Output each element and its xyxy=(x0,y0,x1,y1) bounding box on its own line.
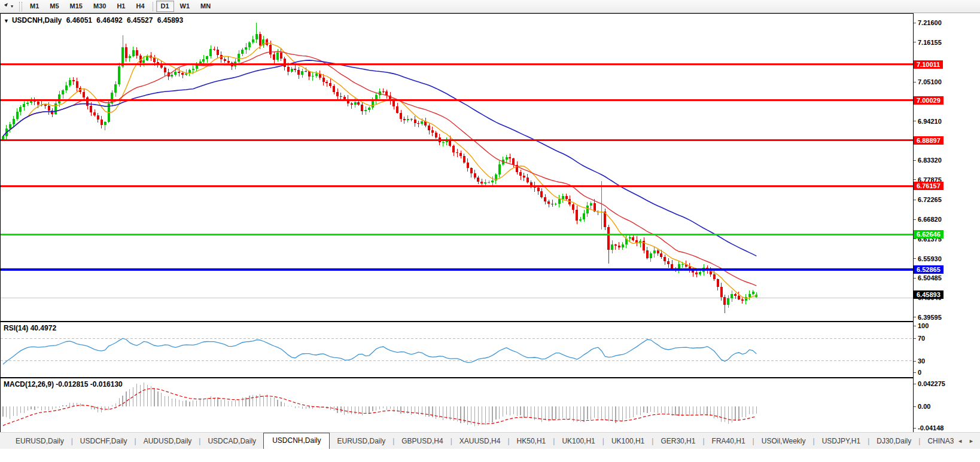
chart-tab-hk50-h1[interactable]: HK50,H1 xyxy=(510,434,553,448)
macd-tick-label: 0.042275 xyxy=(918,380,945,387)
price-line-badge: 7.10011 xyxy=(914,60,943,69)
tick-dash xyxy=(914,160,916,161)
chart-tab-dj30-daily[interactable]: DJ30,Daily xyxy=(869,434,918,448)
tick-dash xyxy=(914,372,916,373)
pointer-icon xyxy=(1,2,9,10)
price-tick: 6.94210 xyxy=(914,117,942,126)
tick-dash xyxy=(914,361,916,362)
rsi-chart-canvas[interactable] xyxy=(0,322,914,378)
timeframe-button-m15[interactable]: M15 xyxy=(65,1,87,12)
scroll-right-icon[interactable]: ► xyxy=(969,438,974,444)
toolbar-grip xyxy=(19,2,22,11)
tick-dash xyxy=(914,317,916,317)
rsi-tick-label: 100 xyxy=(918,322,929,329)
price-tick: 7.16155 xyxy=(914,38,942,47)
rsi-tick-label: 70 xyxy=(918,335,925,342)
price-tick: 6.83320 xyxy=(914,156,942,164)
price-tick-label: 6.39595 xyxy=(918,314,942,321)
rsi-tick: 0 xyxy=(914,368,921,377)
macd-tick-label: -0.04148 xyxy=(918,424,944,432)
chart-tab-eurusd-daily[interactable]: EURUSD,Daily xyxy=(330,434,392,448)
chart-pointer-tool-icon[interactable]: ▾ xyxy=(0,0,17,13)
toolbar-divider xyxy=(153,2,153,11)
macd-tick-label: 0.00 xyxy=(918,403,930,410)
price-line-badge: 6.62646 xyxy=(914,230,944,238)
chart-tab-eurusd-daily[interactable]: EURUSD,Daily xyxy=(8,434,71,448)
rsi-tick: 30 xyxy=(914,357,925,365)
tick-dash xyxy=(914,406,916,407)
chart-tab-usdchf-daily[interactable]: USDCHF,Daily xyxy=(73,434,135,448)
tick-dash xyxy=(914,179,916,180)
price-tick-label: 6.72265 xyxy=(918,196,942,203)
macd-tick: 0.00 xyxy=(914,402,930,411)
tick-dash xyxy=(914,278,916,279)
chart-tab-xauusd-h4[interactable]: XAUUSD,H4 xyxy=(452,434,508,448)
price-chart-canvas[interactable] xyxy=(0,13,914,322)
price-tick-label: 6.66820 xyxy=(918,216,942,223)
macd-tick: 0.042275 xyxy=(914,380,945,388)
chevron-down-icon: ▾ xyxy=(11,4,13,9)
tab-scroll-arrows: ◄ ► xyxy=(954,433,978,449)
chart-tab-fra40-h1[interactable]: FRA40,H1 xyxy=(705,434,753,448)
timeframe-button-h1[interactable]: H1 xyxy=(112,1,130,12)
timeframe-toolbar: ▾ M1M5M15M30H1H4D1W1MN xyxy=(0,0,980,13)
price-tick: 6.55930 xyxy=(914,255,942,263)
rsi-tick-label: 30 xyxy=(918,357,925,365)
price-tick: 6.39595 xyxy=(914,313,942,322)
chart-tab-usoil-weekly[interactable]: USOil,Weekly xyxy=(754,434,813,448)
chart-tab-usdjpy-h1[interactable]: USDJPY,H1 xyxy=(815,434,868,448)
rsi-tick-label: 0 xyxy=(918,369,921,376)
timeframe-buttons: M1M5M15M30H1H4D1W1MN xyxy=(25,1,216,12)
tick-dash xyxy=(914,258,916,259)
timeframe-button-h4[interactable]: H4 xyxy=(131,1,149,12)
price-tick-label: 7.05100 xyxy=(918,78,942,85)
macd-chart-canvas[interactable] xyxy=(0,378,914,434)
price-tick: 6.72265 xyxy=(914,195,942,204)
tick-dash xyxy=(914,82,916,82)
timeframe-button-m5[interactable]: M5 xyxy=(45,1,63,12)
timeframe-button-m30[interactable]: M30 xyxy=(89,1,111,12)
chart-symbol-label: USDCNH,Daily xyxy=(12,16,62,25)
tick-dash xyxy=(914,326,916,326)
ohlc-low: 6.45527 xyxy=(127,16,153,25)
chart-tab-audusd-daily[interactable]: AUDUSD,Daily xyxy=(136,434,199,448)
chart-tab-ger30-h1[interactable]: GER30,H1 xyxy=(653,434,702,448)
tick-dash xyxy=(914,238,916,239)
ohlc-open: 6.46051 xyxy=(66,16,92,25)
price-tick-label: 6.50485 xyxy=(918,274,942,282)
tick-dash xyxy=(914,42,916,42)
macd-tick: -0.04148 xyxy=(914,424,944,432)
tick-dash xyxy=(914,23,916,23)
price-line-badge: 6.88897 xyxy=(914,136,944,145)
tick-dash xyxy=(914,428,916,429)
chart-tab-usdcnh-daily[interactable]: USDCNH,Daily xyxy=(263,433,330,449)
price-tick: 6.66820 xyxy=(914,215,942,224)
chart-tab-uk100-h1[interactable]: UK100,H1 xyxy=(555,434,602,448)
rsi-indicator-label: RSI(14) 40.4972 xyxy=(4,324,56,332)
chart-title: ▼USDCNH,Daily 6.46051 6.46492 6.45527 6.… xyxy=(4,16,185,25)
price-tick: 7.21600 xyxy=(914,19,942,27)
price-tick-label: 6.94210 xyxy=(918,118,942,125)
price-axis: 7.216007.161557.051006.942106.833206.778… xyxy=(914,13,980,434)
price-line-badge: 7.00029 xyxy=(914,96,944,105)
collapse-triangle-icon: ▼ xyxy=(4,18,9,24)
price-tick: 6.50485 xyxy=(914,274,942,282)
trading-terminal-window: ▾ M1M5M15M30H1H4D1W1MN ▼USDCNH,Daily 6.4… xyxy=(0,0,980,462)
price-tick-label: 6.55930 xyxy=(918,255,942,262)
chart-tab-uk100-h1[interactable]: UK100,H1 xyxy=(604,434,652,448)
timeframe-button-d1[interactable]: D1 xyxy=(156,1,174,12)
timeframe-button-m1[interactable]: M1 xyxy=(25,1,44,12)
chart-tab-usdcad-daily[interactable]: USDCAD,Daily xyxy=(200,434,263,448)
timeframe-button-mn[interactable]: MN xyxy=(196,1,215,12)
price-line-badge: 6.52865 xyxy=(914,265,944,274)
ohlc-high: 6.46492 xyxy=(96,16,122,25)
price-line-badge: 6.76157 xyxy=(914,182,944,190)
chart-tabs: EURUSD,Daily|USDCHF,Daily|AUDUSD,Daily|U… xyxy=(0,433,980,449)
tick-dash xyxy=(914,219,916,220)
timeframe-button-w1[interactable]: W1 xyxy=(175,1,195,12)
scroll-left-icon[interactable]: ◄ xyxy=(957,438,963,444)
tick-dash xyxy=(914,338,916,339)
chart-window: ▼USDCNH,Daily 6.46051 6.46492 6.45527 6.… xyxy=(0,13,980,445)
price-tick-label: 7.16155 xyxy=(918,39,942,46)
chart-tab-gbpusd-h4[interactable]: GBPUSD,H4 xyxy=(394,434,450,448)
